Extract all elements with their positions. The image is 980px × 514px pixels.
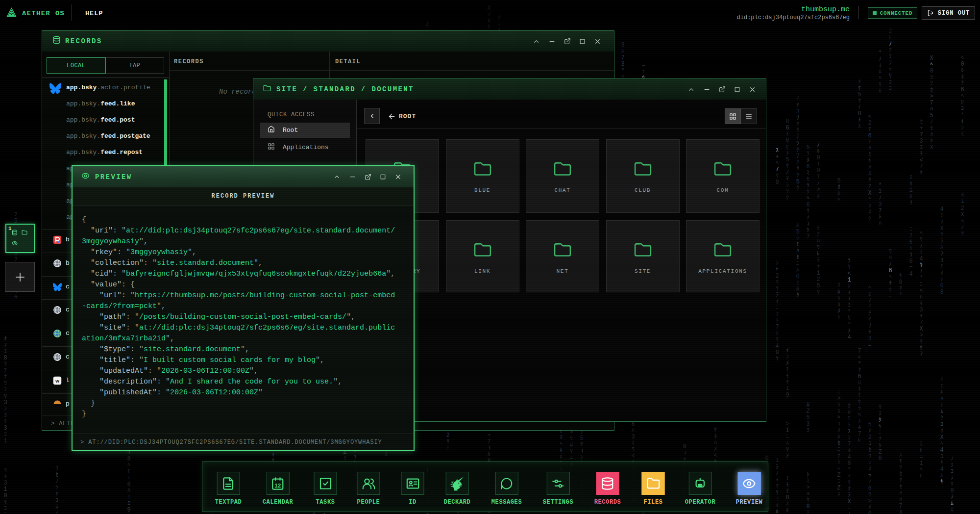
svg-text:w: w — [55, 378, 59, 384]
svg-text:12: 12 — [275, 482, 281, 488]
